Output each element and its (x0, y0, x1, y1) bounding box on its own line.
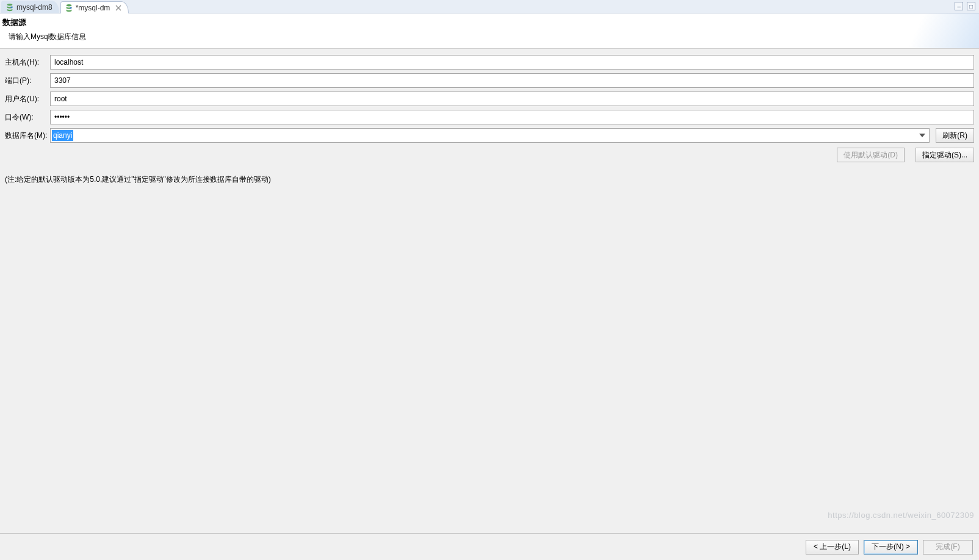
maximize-icon[interactable]: □ (967, 2, 975, 10)
form-area: 主机名(H): 端口(P): 用户名(U): 口令(W): 数据库名(M): q… (0, 49, 979, 536)
database-migrate-icon (5, 3, 14, 12)
specify-driver-button[interactable]: 指定驱动(S)... (916, 148, 974, 162)
chevron-down-icon[interactable] (918, 131, 927, 140)
wizard-header: 数据源 请输入Mysql数据库信息 (0, 13, 979, 49)
close-icon[interactable] (115, 4, 122, 12)
database-combobox[interactable]: qianyi (50, 128, 930, 143)
row-port: 端口(P): (5, 73, 974, 88)
tab-label: *mysql-dm (76, 4, 110, 12)
page-title: 数据源 (2, 17, 974, 28)
driver-buttons-row: 使用默认驱动(D) 指定驱动(S)... (5, 148, 974, 162)
page-subtitle: 请输入Mysql数据库信息 (9, 32, 974, 42)
row-password: 口令(W): (5, 110, 974, 124)
refresh-button[interactable]: 刷新(R) (936, 128, 974, 143)
port-input[interactable] (50, 73, 974, 88)
database-migrate-icon (65, 4, 73, 12)
database-selected-value: qianyi (52, 130, 73, 141)
use-default-driver-button: 使用默认驱动(D) (837, 148, 905, 162)
label-host: 主机名(H): (5, 57, 50, 68)
host-input[interactable] (50, 55, 974, 70)
tab-label: mysql-dm8 (16, 3, 52, 12)
username-input[interactable] (50, 92, 974, 106)
back-button[interactable]: < 上一步(L) (806, 540, 859, 555)
label-port: 端口(P): (5, 76, 50, 86)
minimize-icon[interactable]: ‒ (955, 2, 963, 10)
driver-note: (注:给定的默认驱动版本为5.0,建议通过"指定驱动"修改为所连接数据库自带的驱… (5, 174, 974, 185)
label-database: 数据库名(M): (5, 131, 50, 141)
tab-bar: mysql-dm8 *mysql-dm ‒ □ (0, 0, 979, 13)
wizard-footer: < 上一步(L) 下一步(N) > 完成(F) (0, 533, 979, 560)
tab-mysql-dm8[interactable]: mysql-dm8 (1, 1, 59, 13)
row-database: 数据库名(M): qianyi 刷新(R) (5, 128, 974, 143)
password-input[interactable] (50, 110, 974, 124)
window-controls: ‒ □ (955, 2, 975, 10)
row-host: 主机名(H): (5, 55, 974, 70)
tab-mysql-dm[interactable]: *mysql-dm (60, 1, 129, 13)
label-user: 用户名(U): (5, 94, 50, 104)
finish-button: 完成(F) (923, 540, 973, 555)
label-password: 口令(W): (5, 112, 50, 123)
watermark-text: https://blog.csdn.net/weixin_60072309 (828, 511, 974, 520)
row-user: 用户名(U): (5, 92, 974, 106)
next-button[interactable]: 下一步(N) > (864, 540, 918, 555)
